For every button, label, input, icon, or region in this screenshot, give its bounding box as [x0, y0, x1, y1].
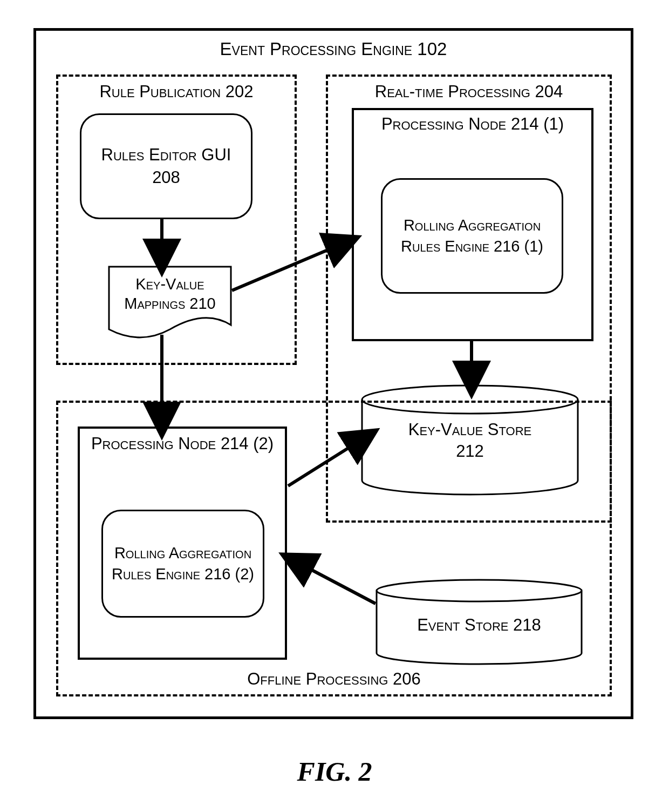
processing-node-1-title: Processing Node 214 (1): [352, 114, 593, 134]
rules-editor-gui-number: 208: [152, 168, 180, 187]
rolling-aggregation-engine-2: Rolling Aggregation Rules Engine 216 (2): [101, 510, 264, 618]
offline-processing-title: Offline Processing 206: [56, 669, 612, 689]
rules-editor-gui-box: Rules Editor GUI 208: [80, 113, 252, 219]
arrow-mappings-to-node2: [151, 335, 173, 432]
key-value-mappings-label: Key-Value Mappings 210: [112, 274, 228, 314]
processing-node-2-title: Processing Node 214 (2): [78, 434, 287, 454]
svg-line-3: [232, 243, 344, 290]
svg-point-1: [377, 580, 582, 601]
figure-caption: FIG. 2: [0, 756, 669, 787]
rolling-aggregation-engine-1: Rolling Aggregation Rules Engine 216 (1): [381, 178, 563, 294]
arrow-node1-to-kvstore: [461, 341, 482, 391]
arrow-mappings-to-node1: [232, 236, 361, 301]
realtime-processing-title: Real-time Processing 204: [326, 82, 612, 102]
svg-line-7: [296, 561, 376, 604]
rules-editor-gui-label: Rules Editor GUI: [101, 145, 231, 165]
event-store-label: Event Store 218: [373, 615, 585, 635]
event-processing-engine-title: Event Processing Engine 102: [33, 39, 633, 59]
arrow-eventstore-to-node2: [289, 556, 386, 615]
rule-publication-title: Rule Publication 202: [56, 82, 297, 102]
arrow-gui-to-mappings: [151, 219, 173, 268]
svg-line-6: [288, 438, 364, 486]
arrow-node2-to-kvstore: [288, 432, 374, 497]
